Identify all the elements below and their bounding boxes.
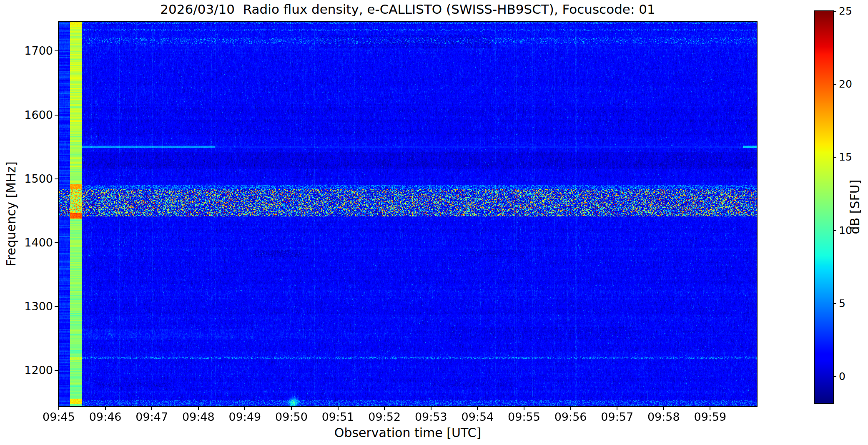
- x-axis-label: Observation time [UTC]: [59, 425, 757, 440]
- x-tick-mark: [710, 406, 710, 410]
- colorbar-tick-label: 5: [839, 297, 868, 310]
- x-tick-mark: [105, 406, 106, 410]
- spectrogram-figure: 2026/03/10 Radio flux density, e-CALLIST…: [0, 0, 868, 445]
- y-tick-mark: [55, 50, 58, 51]
- y-tick-mark: [55, 179, 58, 179]
- x-tick-mark: [291, 406, 292, 410]
- colorbar-tick-mark: [833, 84, 836, 85]
- y-tick-label: 1200: [8, 364, 53, 377]
- x-tick-label: 09:59: [681, 410, 739, 423]
- colorbar-tick-label: 15: [839, 151, 868, 163]
- colorbar-tick-mark: [833, 230, 836, 231]
- colorbar-tick-label: 25: [839, 5, 868, 18]
- y-axis-label: Frequency [MHz]: [4, 161, 18, 266]
- spectrogram-canvas: [59, 22, 757, 406]
- y-tick-mark: [55, 306, 58, 307]
- x-tick-mark: [570, 406, 571, 410]
- x-tick-mark: [58, 406, 59, 410]
- x-tick-mark: [477, 406, 478, 410]
- colorbar-canvas: [815, 11, 833, 403]
- colorbar-tick-mark: [833, 303, 836, 304]
- x-tick-mark: [151, 406, 152, 410]
- y-tick-label: 1700: [8, 44, 53, 58]
- colorbar-tick-mark: [833, 376, 836, 377]
- y-tick-label: 1300: [8, 300, 53, 313]
- y-tick-mark: [55, 115, 58, 116]
- x-tick-mark: [617, 406, 617, 410]
- x-tick-mark: [338, 406, 339, 410]
- x-tick-mark: [198, 406, 199, 410]
- colorbar-tick-mark: [833, 157, 836, 158]
- colorbar-tick-label: 0: [839, 370, 868, 383]
- y-tick-mark: [55, 370, 58, 371]
- y-tick-mark: [55, 242, 58, 243]
- colorbar-tick-label: 20: [839, 78, 868, 91]
- chart-title: 2026/03/10 Radio flux density, e-CALLIST…: [59, 2, 757, 17]
- x-tick-mark: [244, 406, 245, 410]
- x-tick-mark: [663, 406, 664, 410]
- colorbar-label: dB [SFU]: [848, 180, 862, 234]
- x-tick-mark: [431, 406, 431, 410]
- colorbar-tick-mark: [833, 11, 836, 12]
- x-tick-mark: [524, 406, 524, 410]
- x-tick-mark: [384, 406, 385, 410]
- y-tick-label: 1600: [8, 108, 53, 122]
